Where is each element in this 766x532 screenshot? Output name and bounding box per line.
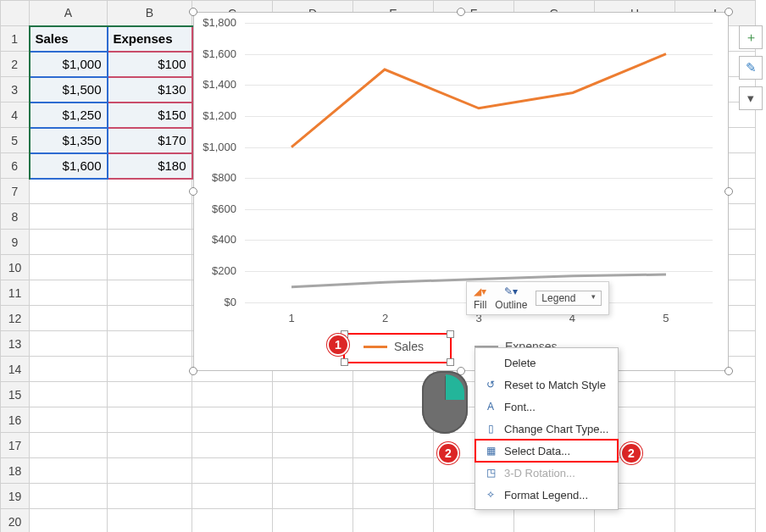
chart-resize-handle[interactable] xyxy=(457,8,465,16)
cell-A5[interactable]: $1,350 xyxy=(30,128,108,153)
chart-resize-handle[interactable] xyxy=(189,187,197,196)
legend-selection-box xyxy=(343,333,452,363)
ctx-label: Select Data... xyxy=(504,445,570,457)
outline-button[interactable]: ✎▾ Outline xyxy=(495,285,527,311)
chart-resize-handle[interactable] xyxy=(724,367,733,375)
cell-A3[interactable]: $1,500 xyxy=(30,77,108,103)
funnel-icon: ▾ xyxy=(747,91,754,106)
mouse-right-button-highlight xyxy=(446,374,464,400)
ctx-label: Font... xyxy=(504,401,536,413)
legend-handle[interactable] xyxy=(341,358,348,366)
row-header-6[interactable]: 6 xyxy=(1,153,30,179)
row-header-1[interactable]: 1 xyxy=(1,26,30,52)
chart-lines xyxy=(245,23,713,302)
chart-elements-button[interactable]: ＋ xyxy=(739,25,763,49)
col-header-B[interactable]: B xyxy=(108,1,192,26)
reset-icon: ↺ xyxy=(484,378,497,391)
element-type-dropdown[interactable]: Legend xyxy=(536,291,602,306)
col-header-A[interactable]: A xyxy=(30,1,108,26)
select-all-corner[interactable] xyxy=(1,1,30,26)
format-icon: ✧ xyxy=(484,488,497,502)
cell-A6[interactable]: $1,600 xyxy=(30,153,108,179)
fill-label: Fill xyxy=(474,299,486,311)
row-header-20[interactable]: 20 xyxy=(1,509,30,533)
row-header-16[interactable]: 16 xyxy=(1,407,30,433)
row-header-19[interactable]: 19 xyxy=(1,484,30,509)
ctx-label: Format Legend... xyxy=(504,489,588,502)
delete-icon xyxy=(484,356,497,369)
paint-bucket-icon: ◢▾ xyxy=(474,285,486,297)
chart-resize-handle[interactable] xyxy=(189,8,197,16)
cell-A1[interactable]: Sales xyxy=(30,26,108,52)
x-tick: 1 xyxy=(289,312,295,324)
ctx-font[interactable]: AFont... xyxy=(475,396,618,418)
ctx-select-data[interactable]: ▦Select Data... xyxy=(475,440,618,462)
ctx-label: Delete xyxy=(504,357,536,369)
cell-B4[interactable]: $150 xyxy=(108,103,192,128)
y-tick: $200 xyxy=(192,264,236,277)
callout-2: 2 xyxy=(437,442,459,464)
mini-toolbar: ◢▾ Fill ✎▾ Outline Legend xyxy=(466,281,609,315)
context-menu: Delete ↺Reset to Match Style AFont... ▯C… xyxy=(475,347,619,510)
cell-B1[interactable]: Expenses xyxy=(108,26,192,52)
brush-icon: ✎ xyxy=(746,60,757,75)
row-header-12[interactable]: 12 xyxy=(1,306,30,331)
row-header-18[interactable]: 18 xyxy=(1,458,30,484)
row-header-2[interactable]: 2 xyxy=(1,52,30,77)
chart-resize-handle[interactable] xyxy=(189,367,197,375)
row-header-5[interactable]: 5 xyxy=(1,128,30,153)
row-header-13[interactable]: 13 xyxy=(1,331,30,357)
y-tick: $1,800 xyxy=(192,16,236,29)
cell-A4[interactable]: $1,250 xyxy=(30,103,108,128)
ctx-3d-rotation: ◳3-D Rotation... xyxy=(475,462,618,484)
row-header-8[interactable]: 8 xyxy=(1,204,30,230)
row-header-3[interactable]: 3 xyxy=(1,77,30,103)
row-header-10[interactable]: 10 xyxy=(1,255,30,280)
ctx-label: 3-D Rotation... xyxy=(504,467,575,479)
ctx-delete[interactable]: Delete xyxy=(475,352,618,374)
y-tick: $1,400 xyxy=(192,78,236,91)
row-header-17[interactable]: 17 xyxy=(1,433,30,458)
row-header-7[interactable]: 7 xyxy=(1,179,30,204)
cell-B2[interactable]: $100 xyxy=(108,52,192,77)
legend-handle[interactable] xyxy=(447,358,454,366)
ctx-reset[interactable]: ↺Reset to Match Style xyxy=(475,374,618,396)
x-tick: 5 xyxy=(663,312,669,324)
chart-filters-button[interactable]: ▾ xyxy=(739,86,763,110)
row-header-15[interactable]: 15 xyxy=(1,382,30,407)
plus-icon: ＋ xyxy=(745,30,758,46)
callout-1: 1 xyxy=(327,334,349,356)
fill-button[interactable]: ◢▾ Fill xyxy=(474,285,486,311)
chart-resize-handle[interactable] xyxy=(724,187,733,196)
ctx-format-legend[interactable]: ✧Format Legend... xyxy=(475,484,618,506)
cell-B6[interactable]: $180 xyxy=(108,153,192,179)
chart-styles-button[interactable]: ✎ xyxy=(739,56,763,80)
row-header-4[interactable]: 4 xyxy=(1,103,30,128)
legend-handle[interactable] xyxy=(447,330,454,338)
outline-label: Outline xyxy=(495,299,527,311)
y-tick: $400 xyxy=(192,233,236,246)
plot-area[interactable]: $1,800 $1,600 $1,400 $1,200 $1,000 $800 … xyxy=(245,23,713,302)
ctx-label: Change Chart Type... xyxy=(504,423,608,435)
cell-B5[interactable]: $170 xyxy=(108,128,192,153)
y-tick: $1,200 xyxy=(192,109,236,122)
y-tick: $800 xyxy=(192,171,236,184)
y-tick: $600 xyxy=(192,202,236,215)
row-header-9[interactable]: 9 xyxy=(1,230,30,255)
mouse-graphic xyxy=(422,371,468,434)
row-header-11[interactable]: 11 xyxy=(1,280,30,306)
font-icon: A xyxy=(484,400,497,413)
y-tick: $0 xyxy=(192,296,236,308)
chart-type-icon: ▯ xyxy=(484,422,497,435)
y-tick: $1,000 xyxy=(192,141,236,153)
row-header-14[interactable]: 14 xyxy=(1,357,30,382)
embedded-chart[interactable]: $1,800 $1,600 $1,400 $1,200 $1,000 $800 … xyxy=(193,12,729,371)
ctx-change-type[interactable]: ▯Change Chart Type... xyxy=(475,418,618,440)
chart-side-buttons: ＋ ✎ ▾ xyxy=(739,25,763,110)
cell-A2[interactable]: $1,000 xyxy=(30,52,108,77)
pencil-icon: ✎▾ xyxy=(504,285,518,297)
ctx-label: Reset to Match Style xyxy=(504,379,606,391)
cell-B3[interactable]: $130 xyxy=(108,77,192,103)
rotation-icon: ◳ xyxy=(484,466,497,479)
chart-resize-handle[interactable] xyxy=(724,8,733,16)
